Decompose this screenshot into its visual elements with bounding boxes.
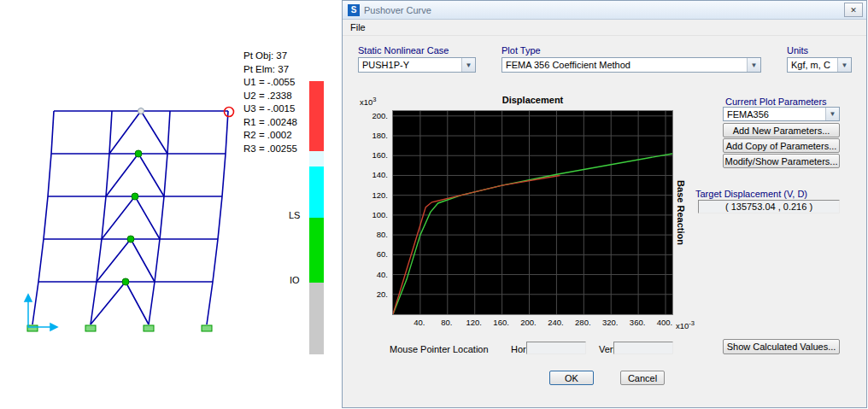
y-tick-label: 120. <box>362 190 388 200</box>
menu-bar: File <box>343 20 866 36</box>
point-info-line: Pt Elm: 37 <box>243 63 297 77</box>
chart-x-axis-title: Displacement <box>392 95 673 105</box>
horiz-value-field <box>526 342 586 354</box>
combo-value: FEMA356 <box>727 109 769 120</box>
show-calculated-values-button[interactable]: Show Calculated Values... <box>723 339 840 354</box>
chevron-down-icon: ▼ <box>461 58 475 72</box>
modify-show-parameters-button[interactable]: Modify/Show Parameters... <box>723 154 840 168</box>
combo-value: PUSH1P-Y <box>362 60 409 70</box>
close-button[interactable]: ✕ <box>844 3 863 17</box>
legend-label-io: IO <box>290 275 300 285</box>
dialog-title: Pushover Curve <box>364 5 844 15</box>
x-tick-label: 280. <box>570 318 595 327</box>
combo-value: Kgf, m, C <box>791 60 830 70</box>
chevron-down-icon: ▼ <box>837 58 851 72</box>
point-info-line: R2 = .0002 <box>243 129 297 143</box>
units-label: Units <box>787 45 808 56</box>
selected-point-marker <box>225 108 234 117</box>
legend-label-ls: LS <box>289 210 300 220</box>
y-tick-label: 160. <box>362 150 388 160</box>
point-info-line: Pt Obj: 37 <box>243 50 297 63</box>
idealized-curve-red <box>393 175 560 314</box>
legend-seg-pale <box>309 151 324 167</box>
pushover-plot[interactable] <box>392 110 673 315</box>
plot-type-label: Plot Type <box>501 45 541 56</box>
y-scale-factor: x103 <box>360 96 377 107</box>
current-plot-parameters-label: Current Plot Parameters <box>725 96 827 107</box>
add-new-parameters-button[interactable]: Add New Parameters... <box>723 123 840 137</box>
mouse-pointer-location-label: Mouse Pointer Location <box>390 344 489 354</box>
hinge-state-legend <box>309 81 324 354</box>
plot-type-select[interactable]: FEMA 356 Coefficient Method ▼ <box>501 57 761 73</box>
frame-members <box>32 111 228 324</box>
point-info-readout: Pt Obj: 37 Pt Elm: 37 U1 = -.0055 U2 = .… <box>243 50 297 155</box>
app-icon: S <box>348 4 360 16</box>
x-tick-label: 360. <box>625 318 650 327</box>
x-tick-label: 320. <box>597 318 623 327</box>
cancel-button[interactable]: Cancel <box>620 371 665 385</box>
static-nonlinear-case-select[interactable]: PUSH1P-Y ▼ <box>358 57 476 73</box>
x-scale-factor: x10-3 <box>676 319 695 330</box>
close-icon: ✕ <box>850 6 857 15</box>
deformed-shape-view[interactable]: Pt Obj: 37 Pt Elm: 37 U1 = -.0055 U2 = .… <box>0 0 342 409</box>
chart-y-axis-title: Base Reaction <box>674 156 686 269</box>
point-info-line: U1 = -.0055 <box>243 76 297 90</box>
point-info-line: U3 = -.0015 <box>243 102 297 116</box>
target-displacement-label: Target Displacement (V, D) <box>695 189 807 199</box>
pushover-curve-dialog: S Pushover Curve ✕ File Static Nonlinear… <box>342 0 867 408</box>
y-tick-label: 100. <box>362 210 388 219</box>
point-info-line: R3 = .00255 <box>243 143 297 156</box>
x-tick-label: 160. <box>489 318 514 327</box>
x-tick-label: 400. <box>652 318 677 327</box>
x-tick-label: 80. <box>434 318 460 327</box>
menu-file[interactable]: File <box>343 20 373 34</box>
target-displacement-value: ( 135753.04 , 0.216 ) <box>698 200 840 213</box>
y-tick-label: 180. <box>362 131 388 140</box>
legend-seg-gray <box>309 283 324 354</box>
combo-value: FEMA 356 Coefficient Method <box>506 60 630 70</box>
current-plot-parameters-select[interactable]: FEMA356 ▼ <box>723 107 840 121</box>
capacity-curve-green <box>393 154 672 314</box>
y-tick-label: 140. <box>362 170 388 179</box>
dialog-titlebar[interactable]: S Pushover Curve ✕ <box>343 1 866 20</box>
units-select[interactable]: Kgf, m, C ▼ <box>787 57 852 73</box>
vert-value-field <box>613 342 673 354</box>
y-tick-label: 60. <box>362 249 388 259</box>
y-tick-label: 20. <box>362 289 388 299</box>
y-tick-label: 200. <box>362 111 388 120</box>
legend-seg-red <box>309 81 324 151</box>
point-info-line: R1 = .00248 <box>243 116 297 130</box>
point-info-line: U2 = .2338 <box>243 90 297 103</box>
ok-button[interactable]: OK <box>549 371 594 385</box>
chevron-down-icon: ▼ <box>825 108 839 120</box>
chevron-down-icon: ▼ <box>747 58 760 72</box>
x-tick-label: 200. <box>516 318 542 327</box>
x-tick-label: 120. <box>461 318 487 327</box>
x-tick-label: 40. <box>407 318 432 327</box>
x-tick-label: 240. <box>542 318 568 327</box>
static-nonlinear-case-label: Static Nonlinear Case <box>358 45 449 56</box>
add-copy-of-parameters-button[interactable]: Add Copy of Parameters... <box>723 138 840 153</box>
legend-seg-green <box>309 218 324 283</box>
y-tick-label: 40. <box>362 270 388 279</box>
y-tick-label: 80. <box>362 230 388 239</box>
legend-seg-cyan <box>309 167 324 218</box>
